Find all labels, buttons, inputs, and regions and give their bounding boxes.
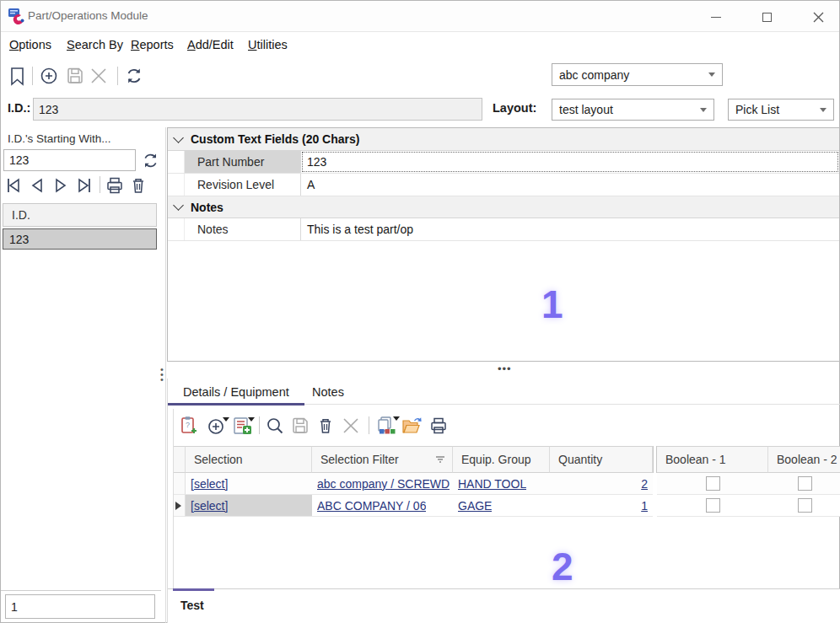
row-indicator [174,473,186,495]
close-button[interactable] [805,6,832,28]
column-header-quantity[interactable]: Quantity [550,446,653,473]
save-icon[interactable] [292,417,309,434]
part-number-value[interactable]: 123 [301,151,839,173]
previous-record-icon[interactable] [30,176,45,195]
select-link[interactable]: [select] [191,499,228,513]
window-title: Part/Operations Module [28,9,148,22]
save-icon[interactable] [67,67,83,84]
menu-options[interactable]: Options [9,33,51,56]
app-window: Part/Operations Module Options Search By… [0,0,840,623]
last-record-icon[interactable] [76,176,93,195]
picklist-combobox[interactable]: Pick List [728,99,834,121]
refresh-icon[interactable] [142,152,159,169]
print-icon[interactable] [105,176,124,195]
panel-2-watermark: 2 [552,544,573,589]
column-header-boolean-2[interactable]: Boolean - 2 [768,446,840,473]
picklist-combobox-value: Pick List [735,103,779,116]
chevron-down-icon [173,132,184,143]
equip-group-link[interactable]: HAND TOOL [458,477,526,491]
add-circle-icon[interactable] [40,67,58,85]
company-combobox[interactable]: abc company [552,63,723,86]
table-row-1-selection[interactable]: [select] [186,473,312,495]
boolean-2-checkbox[interactable] [798,498,812,513]
id-list-header-label: I.D. [12,208,30,222]
first-record-icon[interactable] [5,176,22,195]
refresh-icon[interactable] [125,67,143,85]
search-icon[interactable] [266,416,284,435]
revision-level-value[interactable]: A [301,174,839,196]
filter-link[interactable]: abc company / SCREWD [317,477,450,491]
notes-label[interactable]: Notes [185,218,301,240]
column-header-boolean-1[interactable]: Boolean - 1 [657,446,768,473]
boolean-1-checkbox[interactable] [706,476,720,491]
quantity-link[interactable]: 2 [641,477,648,491]
panel-1-watermark: 1 [541,282,563,327]
maximize-icon [762,13,772,22]
menu-utilities[interactable]: Utilities [248,33,288,56]
bookmark-icon[interactable] [8,67,26,86]
tab-notes[interactable]: Notes [312,385,344,399]
section-notes[interactable]: Notes [168,196,839,218]
maximize-button[interactable] [753,6,780,28]
id-list-row-selected[interactable]: 123 [3,228,157,250]
splitter-handle[interactable]: ••• [498,363,514,371]
page-number-value: 1 [11,600,18,614]
revision-level-label[interactable]: Revision Level [185,174,301,196]
select-link[interactable]: [select] [191,477,228,491]
column-header-selection[interactable]: Selection [186,446,312,473]
column-header-equip-group[interactable]: Equip. Group [453,446,550,473]
layout-combobox[interactable]: test layout [552,99,714,121]
filter-icon[interactable] [435,455,445,464]
table-row-2-quantity[interactable]: 1 [550,495,653,517]
id-input[interactable]: 123 [33,98,482,121]
cancel-icon[interactable] [342,417,359,434]
delete-icon[interactable] [130,176,147,195]
menu-reports[interactable]: Reports [131,33,174,56]
column-header-selection-filter[interactable]: Selection Filter [312,446,453,473]
table-row-2-filter[interactable]: ABC COMPANY / 06 [312,495,453,517]
table-row-1-quantity[interactable]: 2 [550,473,653,495]
minimize-icon [711,17,721,18]
table-row-2-equip-group[interactable]: GAGE [453,495,550,517]
title-bar: Part/Operations Module [1,1,839,32]
chevron-down-icon [393,416,400,421]
table-row-1-filter[interactable]: abc company / SCREWD [312,473,453,495]
menu-search-by[interactable]: Search By [67,33,123,56]
menu-add-edit[interactable]: Add/Edit [187,33,234,56]
bottom-tab-indicator [173,588,214,591]
boolean-2-checkbox[interactable] [798,476,812,491]
column-header-label: Selection Filter [320,453,399,466]
close-icon [813,12,824,23]
minimize-button[interactable] [703,6,730,28]
delete-icon[interactable] [317,416,334,435]
filter-link[interactable]: ABC COMPANY / 06 [317,499,426,513]
splitter-grip[interactable]: ••• [160,367,165,384]
quantity-link[interactable]: 1 [641,499,648,513]
id-filter-input[interactable]: 123 [3,149,136,171]
next-record-icon[interactable] [53,176,68,195]
id-list-header[interactable]: I.D. [3,203,157,227]
bottom-tab-strip: Test [168,588,840,623]
row-indent [168,218,185,240]
svg-text:?: ? [186,421,190,429]
starting-with-label: I.D.'s Starting With... [8,132,111,145]
part-number-label[interactable]: Part Number [185,151,301,173]
equip-group-link[interactable]: GAGE [458,499,492,513]
tab-details-equipment[interactable]: Details / Equipment [183,385,289,399]
table-row-1-boolean-1 [657,473,768,495]
column-header-label: Quantity [558,453,602,466]
print-icon[interactable] [429,416,448,435]
id-bar: I.D.: 123 Layout: test layout Pick List [1,95,839,126]
bottom-tab-test[interactable]: Test [180,599,204,612]
section-title: Custom Text Fields (20 Chars) [191,132,359,146]
section-custom-text-fields[interactable]: Custom Text Fields (20 Chars) [168,128,839,151]
table-row-2-selection[interactable]: [select] [186,495,312,517]
notes-value[interactable]: This is a test part/op [301,218,839,240]
page-number-input[interactable]: 1 [5,594,155,619]
row-indicator-current [174,495,186,517]
open-folder-icon[interactable] [401,416,422,435]
cancel-icon[interactable] [90,67,107,84]
paste-add-icon[interactable]: ? [180,416,198,435]
table-row-1-equip-group[interactable]: HAND TOOL [453,473,550,495]
boolean-1-checkbox[interactable] [706,498,720,513]
